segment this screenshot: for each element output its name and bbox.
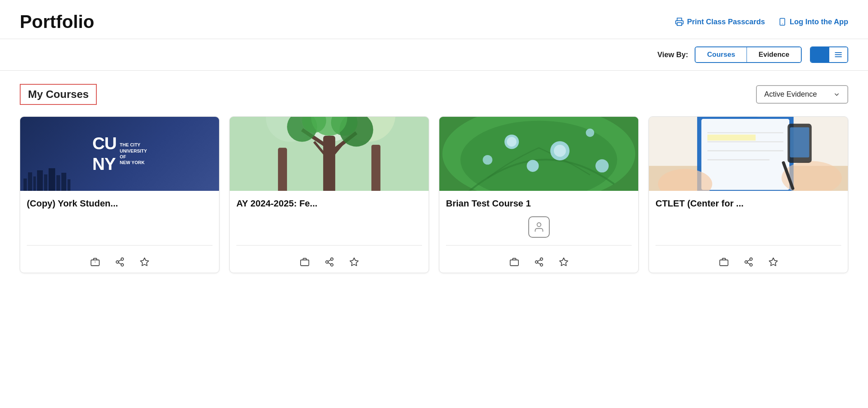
- list-icon: [834, 51, 842, 59]
- user-silhouette-icon: [533, 221, 545, 233]
- svg-point-51: [595, 159, 609, 172]
- course-card-2[interactable]: AY 2024-2025: Fe...: [229, 116, 429, 273]
- svg-point-49: [483, 155, 492, 165]
- svg-rect-24: [371, 145, 380, 191]
- tree-illustration: [230, 117, 429, 191]
- header-actions: Print Class Passcards Log Into the App: [675, 17, 848, 26]
- course-title-2: AY 2024-2025: Fe...: [236, 198, 422, 209]
- course-card-body-4: CTLET (Center for ...: [649, 191, 848, 252]
- star-button-4[interactable]: [768, 257, 778, 267]
- svg-line-79: [747, 263, 750, 264]
- svg-rect-0: [677, 23, 681, 26]
- svg-line-38: [328, 263, 331, 264]
- log-into-app-label: Log Into the App: [790, 18, 848, 26]
- printer-icon: [675, 17, 684, 26]
- course-title-3: Brian Test Course 1: [446, 198, 632, 209]
- briefcase-icon: [90, 257, 100, 267]
- grid-view-button[interactable]: [811, 47, 829, 62]
- print-passcards-label: Print Class Passcards: [687, 18, 765, 26]
- svg-rect-3: [817, 52, 819, 54]
- phone-icon: [778, 17, 786, 26]
- svg-rect-75: [720, 260, 728, 266]
- user-icon-area-3: [446, 212, 632, 242]
- briefcase-button-1[interactable]: [90, 257, 100, 267]
- briefcase-button-3[interactable]: [509, 257, 519, 267]
- svg-rect-74: [707, 134, 756, 141]
- course-card-3[interactable]: Brian Test Course 1: [439, 116, 639, 273]
- briefcase-button-2[interactable]: [300, 257, 310, 267]
- svg-rect-1: [780, 19, 785, 26]
- star-icon-4: [768, 257, 778, 267]
- course-card-4[interactable]: CTLET (Center for ...: [649, 116, 848, 273]
- svg-point-48: [527, 160, 539, 172]
- main-content: My Courses Active Evidence: [0, 71, 868, 286]
- star-button-3[interactable]: [559, 257, 569, 267]
- svg-rect-63: [701, 119, 789, 190]
- svg-marker-81: [769, 258, 777, 266]
- star-icon-3: [559, 257, 569, 267]
- view-by-evidence-button[interactable]: Evidence: [747, 47, 801, 62]
- share-icon-3: [534, 257, 544, 267]
- briefcase-button-4[interactable]: [719, 257, 729, 267]
- star-button-2[interactable]: [349, 257, 359, 267]
- svg-line-39: [328, 260, 331, 262]
- evidence-dropdown[interactable]: Active Evidence: [756, 85, 848, 104]
- print-passcards-button[interactable]: Print Class Passcards: [675, 17, 765, 26]
- star-icon-2: [349, 257, 359, 267]
- list-view-button[interactable]: [829, 47, 847, 62]
- display-toggle-group: [810, 46, 848, 63]
- my-courses-label: My Courses: [20, 84, 97, 105]
- course-card-image-3: [439, 117, 638, 191]
- svg-point-50: [586, 129, 594, 137]
- course-card-footer-1: [20, 252, 219, 273]
- course-card-footer-3: [439, 252, 638, 273]
- course-card-body-2: AY 2024-2025: Fe...: [230, 191, 429, 252]
- top-header: Portfolio Print Class Passcards Log Into…: [0, 0, 868, 39]
- svg-rect-34: [301, 260, 309, 266]
- share-button-2[interactable]: [324, 257, 334, 267]
- svg-line-80: [747, 260, 750, 262]
- svg-point-47: [554, 145, 566, 157]
- svg-rect-73: [790, 128, 809, 158]
- course-card-image-1: CUNY THE CITYUNIVERSITYOFNEW YORK: [20, 117, 219, 191]
- share-button-1[interactable]: [115, 257, 125, 267]
- section-header: My Courses Active Evidence: [20, 84, 848, 105]
- share-icon-2: [324, 257, 334, 267]
- page-title: Portfolio: [20, 12, 94, 32]
- course-card-footer-4: [649, 252, 848, 273]
- svg-point-52: [537, 223, 541, 227]
- svg-marker-40: [350, 258, 358, 266]
- svg-rect-5: [817, 56, 819, 58]
- course-card-body-1: (Copy) York Studen...: [20, 191, 219, 252]
- view-by-courses-button[interactable]: Courses: [695, 47, 747, 62]
- view-toggle-group: Courses Evidence: [695, 46, 802, 63]
- course-card-1[interactable]: CUNY THE CITYUNIVERSITYOFNEW YORK (Copy)…: [20, 116, 219, 273]
- svg-rect-4: [821, 52, 823, 54]
- log-into-app-button[interactable]: Log Into the App: [778, 17, 848, 26]
- svg-line-16: [118, 260, 121, 262]
- writing-illustration: [649, 117, 848, 191]
- evidence-dropdown-label: Active Evidence: [764, 90, 817, 99]
- briefcase-icon-2: [300, 257, 310, 267]
- share-button-4[interactable]: [744, 257, 754, 267]
- briefcase-icon-3: [509, 257, 519, 267]
- share-icon-4: [744, 257, 754, 267]
- svg-marker-59: [560, 258, 568, 266]
- view-by-bar: View By: Courses Evidence: [0, 39, 868, 71]
- star-button-1[interactable]: [140, 257, 149, 267]
- svg-line-58: [537, 260, 540, 262]
- chevron-down-icon: [833, 91, 840, 98]
- share-icon: [115, 257, 125, 267]
- star-icon: [140, 257, 149, 267]
- course-title-1: (Copy) York Studen...: [27, 198, 212, 209]
- svg-rect-23: [278, 148, 287, 191]
- course-card-footer-2: [230, 252, 429, 273]
- cuny-logo: CUNY THE CITYUNIVERSITYOFNEW YORK: [92, 133, 147, 175]
- svg-line-57: [537, 263, 540, 264]
- course-card-image-2: [230, 117, 429, 191]
- grid-icon: [816, 51, 824, 59]
- share-button-3[interactable]: [534, 257, 544, 267]
- user-icon-3: [528, 216, 550, 238]
- svg-marker-17: [140, 258, 149, 266]
- course-title-4: CTLET (Center for ...: [656, 198, 841, 209]
